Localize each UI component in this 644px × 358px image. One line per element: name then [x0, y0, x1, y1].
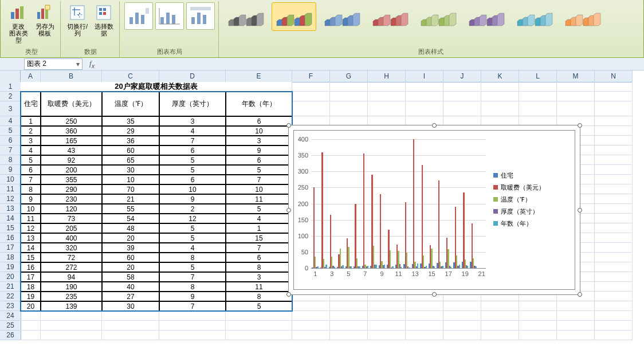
row-header-10[interactable]: 10: [0, 175, 21, 184]
cell[interactable]: [595, 194, 633, 204]
table-cell[interactable]: 5: [21, 155, 41, 165]
table-cell[interactable]: 2: [21, 126, 41, 136]
col-header-I[interactable]: I: [406, 70, 443, 82]
table-cell[interactable]: 5: [159, 262, 226, 272]
col-header-A[interactable]: A: [21, 70, 41, 82]
cell[interactable]: [557, 321, 595, 331]
cell[interactable]: [159, 321, 226, 331]
cell[interactable]: [443, 301, 481, 311]
col-header-H[interactable]: H: [368, 70, 406, 82]
cell[interactable]: [226, 311, 292, 321]
cell[interactable]: [481, 301, 519, 311]
table-cell[interactable]: 3: [21, 136, 41, 145]
chart-bar[interactable]: [380, 194, 381, 268]
table-cell[interactable]: 3: [226, 272, 292, 282]
table-cell[interactable]: 2: [159, 204, 226, 214]
table-cell[interactable]: 10: [102, 175, 159, 184]
table-cell[interactable]: 11: [226, 194, 292, 204]
cell[interactable]: [406, 311, 443, 321]
row-header-18[interactable]: 18: [0, 253, 21, 262]
table-cell[interactable]: 70: [102, 184, 159, 194]
legend-item[interactable]: 温度（℉）: [493, 194, 545, 206]
col-header-J[interactable]: J: [443, 70, 481, 82]
cell[interactable]: [292, 82, 330, 92]
layout-option-1[interactable]: [124, 2, 153, 30]
cell[interactable]: [481, 331, 519, 340]
cell[interactable]: [595, 101, 633, 116]
table-header[interactable]: 住宅: [21, 92, 41, 116]
table-cell[interactable]: 40: [102, 282, 159, 292]
cell[interactable]: [292, 331, 330, 340]
chart-handle-w[interactable]: [286, 208, 291, 213]
cell[interactable]: [481, 82, 519, 92]
cell[interactable]: [368, 301, 406, 311]
cell[interactable]: [595, 175, 633, 184]
table-cell[interactable]: 15: [226, 233, 292, 243]
chart-bar[interactable]: [476, 266, 477, 268]
cell[interactable]: [443, 321, 481, 331]
chart-bar[interactable]: [467, 266, 468, 269]
layout-option-2[interactable]: [155, 2, 184, 30]
table-cell[interactable]: 11: [21, 214, 41, 223]
chart-handle-e[interactable]: [578, 208, 582, 213]
row-header-2[interactable]: 2: [0, 92, 21, 101]
table-cell[interactable]: 15: [21, 253, 41, 262]
row-header-5[interactable]: 5: [0, 126, 21, 136]
select-all-corner[interactable]: [0, 70, 21, 82]
cell[interactable]: [519, 92, 557, 101]
chart-handle-sw[interactable]: [286, 292, 291, 297]
cell[interactable]: [519, 101, 557, 116]
table-cell[interactable]: 320: [41, 243, 102, 253]
chart-handle-nw[interactable]: [286, 123, 291, 128]
cell[interactable]: [406, 321, 443, 331]
col-header-D[interactable]: D: [159, 70, 226, 82]
table-cell[interactable]: 8: [226, 262, 292, 272]
chart-bar[interactable]: [406, 253, 407, 268]
table-cell[interactable]: 13: [21, 233, 41, 243]
save-as-template-button[interactable]: 另存为 模板: [33, 2, 57, 38]
table-cell[interactable]: 14: [21, 243, 41, 253]
chart-bar[interactable]: [450, 267, 451, 268]
chart-style-3[interactable]: [320, 2, 364, 31]
table-cell[interactable]: 36: [102, 136, 159, 145]
table-cell[interactable]: 5: [159, 155, 226, 165]
cell[interactable]: [519, 321, 557, 331]
table-cell[interactable]: 12: [21, 223, 41, 233]
table-cell[interactable]: 205: [41, 223, 102, 233]
row-header-22[interactable]: 22: [0, 292, 21, 301]
chart-bar[interactable]: [348, 247, 349, 268]
cell[interactable]: [519, 82, 557, 92]
table-cell[interactable]: 400: [41, 233, 102, 243]
cell[interactable]: [595, 311, 633, 321]
cell[interactable]: [595, 145, 633, 155]
table-header[interactable]: 取暖费（美元）: [41, 92, 102, 116]
table-cell[interactable]: 10: [226, 126, 292, 136]
table-cell[interactable]: 10: [21, 204, 41, 214]
cell[interactable]: [102, 331, 159, 340]
chart-handle-ne[interactable]: [578, 123, 582, 128]
cell[interactable]: [595, 155, 633, 165]
table-cell[interactable]: 5: [226, 165, 292, 175]
row-header-9[interactable]: 9: [0, 165, 21, 175]
table-cell[interactable]: 3: [159, 116, 226, 126]
chart-style-gallery[interactable]: [223, 2, 605, 31]
chart-plot-area[interactable]: 0501001502002503003504001357911131517192…: [311, 139, 486, 280]
select-data-button[interactable]: 选择数据: [92, 2, 116, 38]
cell[interactable]: [41, 321, 102, 331]
cell[interactable]: [481, 92, 519, 101]
table-header[interactable]: 厚度（英寸）: [159, 92, 226, 116]
table-cell[interactable]: 27: [102, 292, 159, 301]
table-cell[interactable]: 8: [226, 292, 292, 301]
row-header-24[interactable]: 24: [0, 311, 21, 321]
cell[interactable]: [595, 214, 633, 223]
row-header-6[interactable]: 6: [0, 136, 21, 145]
chart-bar[interactable]: [317, 266, 319, 268]
chart-style-1[interactable]: [223, 2, 268, 31]
cell[interactable]: [481, 311, 519, 321]
cell[interactable]: [330, 92, 368, 101]
cell[interactable]: 20户家庭取暖相关数据表: [21, 82, 292, 92]
cell[interactable]: [368, 311, 406, 321]
table-cell[interactable]: 16: [21, 262, 41, 272]
table-cell[interactable]: 12: [159, 214, 226, 223]
chart-bar[interactable]: [422, 165, 423, 268]
